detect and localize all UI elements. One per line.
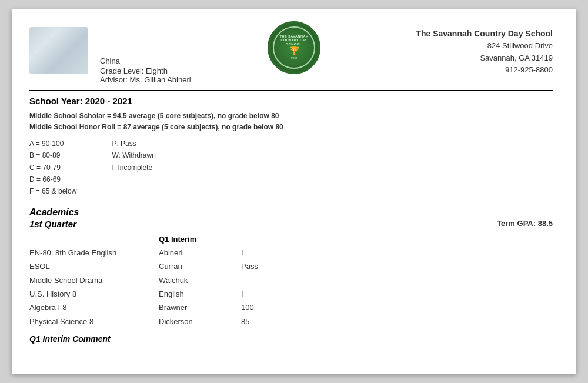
col-grade bbox=[241, 235, 300, 244]
grade-scale-col2: P: Pass W: Withdrawn I: Incomplete bbox=[112, 138, 155, 198]
advisor-value: Ms. Gillian Abineri bbox=[130, 75, 191, 84]
school-name: The Savannah Country Day School bbox=[416, 27, 553, 40]
school-info: The Savannah Country Day School 824 Stil… bbox=[416, 27, 553, 77]
grade-i: I: Incomplete bbox=[112, 162, 155, 174]
grade-scale: A = 90-100 B = 80-89 C = 70-79 D = 66-69… bbox=[29, 138, 553, 198]
course-subject: ESOL bbox=[29, 259, 159, 273]
honor-roll-text: Middle School Honor Roll = 87 average (5… bbox=[29, 122, 553, 133]
seal-lamp-icon: 🏆 bbox=[289, 46, 299, 55]
watercolor-decoration bbox=[29, 27, 88, 74]
course-grade bbox=[241, 274, 300, 287]
course-teacher: Abineri bbox=[159, 246, 241, 259]
course-subject: Physical Science 8 bbox=[29, 315, 159, 328]
grade-level-label: Grade Level: bbox=[100, 66, 143, 75]
course-subject: Middle School Drama bbox=[29, 274, 159, 287]
grade-p: P: Pass bbox=[112, 138, 155, 149]
scholar-text: Middle School Scholar = 94.5 average (5 … bbox=[29, 111, 553, 122]
quarter-left: 1st Quarter bbox=[29, 219, 76, 232]
col-q1-interim: Q1 Interim bbox=[159, 235, 241, 244]
school-seal: THE SAVANNAH COUNTRY DAYSCHOOL 🏆 1931 bbox=[268, 21, 320, 74]
school-address-2: Savannah, GA 31419 bbox=[416, 52, 553, 65]
school-year-heading: School Year: 2020 - 2021 bbox=[29, 96, 553, 106]
academics-title: Academics bbox=[29, 207, 553, 218]
term-gpa-value: 88.5 bbox=[538, 219, 553, 228]
seal-circle: THE SAVANNAH COUNTRY DAYSCHOOL 🏆 1931 bbox=[268, 21, 320, 74]
header-left: China Grade Level: Eighth Advisor: Ms. G… bbox=[29, 27, 191, 84]
school-year-value: 2020 - 2021 bbox=[85, 96, 132, 106]
term-gpa: Term GPA: 88.5 bbox=[497, 219, 553, 228]
course-grade: I bbox=[241, 246, 300, 259]
course-teacher: Dickerson bbox=[159, 315, 241, 328]
student-name: China bbox=[100, 56, 191, 65]
term-gpa-label: Term GPA: bbox=[497, 219, 536, 228]
grade-level-value: Eighth bbox=[146, 66, 168, 75]
grade-level-line: Grade Level: Eighth bbox=[100, 66, 191, 75]
course-teacher: Brawner bbox=[159, 301, 241, 314]
quarter-title: 1st Quarter bbox=[29, 219, 76, 229]
course-grade: Pass bbox=[241, 259, 300, 273]
seal-inner: THE SAVANNAH COUNTRY DAYSCHOOL 🏆 1931 bbox=[273, 26, 315, 69]
course-grade: I bbox=[241, 287, 300, 301]
grade-a: A = 90-100 bbox=[29, 138, 76, 149]
report-card-page: China Grade Level: Eighth Advisor: Ms. G… bbox=[12, 9, 576, 374]
grade-w: W: Withdrawn bbox=[112, 149, 155, 161]
header: China Grade Level: Eighth Advisor: Ms. G… bbox=[29, 27, 553, 84]
course-subject: EN-80: 8th Grade English bbox=[29, 246, 159, 259]
grade-c: C = 70-79 bbox=[29, 162, 76, 174]
course-row: Middle School Drama Walchuk bbox=[29, 274, 553, 287]
school-year-label: School Year: bbox=[29, 96, 83, 106]
grade-d: D = 66-69 bbox=[29, 174, 76, 185]
course-row: Algebra I-8 Brawner 100 bbox=[29, 301, 553, 314]
course-list: EN-80: 8th Grade English Abineri I ESOL … bbox=[29, 246, 553, 328]
student-info: China Grade Level: Eighth Advisor: Ms. G… bbox=[100, 27, 191, 84]
course-teacher: English bbox=[159, 287, 241, 301]
seal-top-text: THE SAVANNAH COUNTRY DAYSCHOOL bbox=[274, 35, 314, 46]
course-subject: U.S. History 8 bbox=[29, 287, 159, 301]
course-subject: Algebra I-8 bbox=[29, 301, 159, 314]
header-divider bbox=[29, 90, 553, 91]
course-teacher: Curran bbox=[159, 259, 241, 273]
advisor-label: Advisor: bbox=[100, 75, 128, 84]
grade-b: B = 80-89 bbox=[29, 149, 76, 161]
seal-year: 1931 bbox=[290, 56, 297, 60]
course-grade: 85 bbox=[241, 315, 300, 328]
course-row: EN-80: 8th Grade English Abineri I bbox=[29, 246, 553, 259]
school-address-1: 824 Stillwood Drive bbox=[416, 40, 553, 52]
col-headers: Q1 Interim bbox=[29, 232, 553, 244]
grade-scale-col1: A = 90-100 B = 80-89 C = 70-79 D = 66-69… bbox=[29, 138, 76, 198]
course-grade: 100 bbox=[241, 301, 300, 314]
course-teacher: Walchuk bbox=[159, 274, 241, 287]
school-phone: 912-925-8800 bbox=[416, 64, 553, 76]
advisor-line: Advisor: Ms. Gillian Abineri bbox=[100, 75, 191, 84]
col-subject bbox=[29, 235, 159, 244]
quarter-header-row: 1st Quarter Term GPA: 88.5 bbox=[29, 219, 553, 232]
course-row: ESOL Curran Pass bbox=[29, 259, 553, 273]
q1-interim-comment-label: Q1 Interim Comment bbox=[29, 334, 553, 344]
course-row: U.S. History 8 English I bbox=[29, 287, 553, 301]
course-row: Physical Science 8 Dickerson 85 bbox=[29, 315, 553, 328]
student-info-section: China Grade Level: Eighth Advisor: Ms. G… bbox=[100, 27, 191, 84]
grade-f: F = 65 & below bbox=[29, 185, 76, 197]
honor-roll-info: Middle School Scholar = 94.5 average (5 … bbox=[29, 111, 553, 133]
